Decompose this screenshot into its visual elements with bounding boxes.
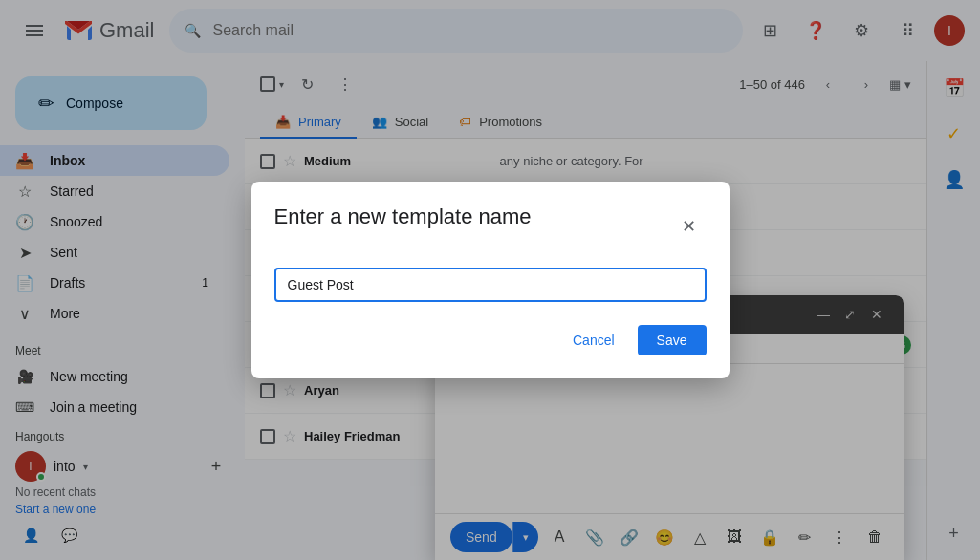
modal-actions: Cancel Save bbox=[274, 325, 707, 355]
save-button[interactable]: Save bbox=[638, 325, 707, 355]
modal-header: Enter a new template name ✕ bbox=[274, 205, 707, 248]
modal-close-button[interactable]: ✕ bbox=[672, 209, 707, 244]
modal-title: Enter a new template name bbox=[274, 205, 532, 229]
template-name-input[interactable] bbox=[274, 268, 707, 302]
cancel-button[interactable]: Cancel bbox=[557, 325, 630, 355]
template-name-modal: Enter a new template name ✕ Cancel Save bbox=[251, 182, 730, 378]
modal-overlay[interactable]: Enter a new template name ✕ Cancel Save bbox=[0, 0, 980, 560]
